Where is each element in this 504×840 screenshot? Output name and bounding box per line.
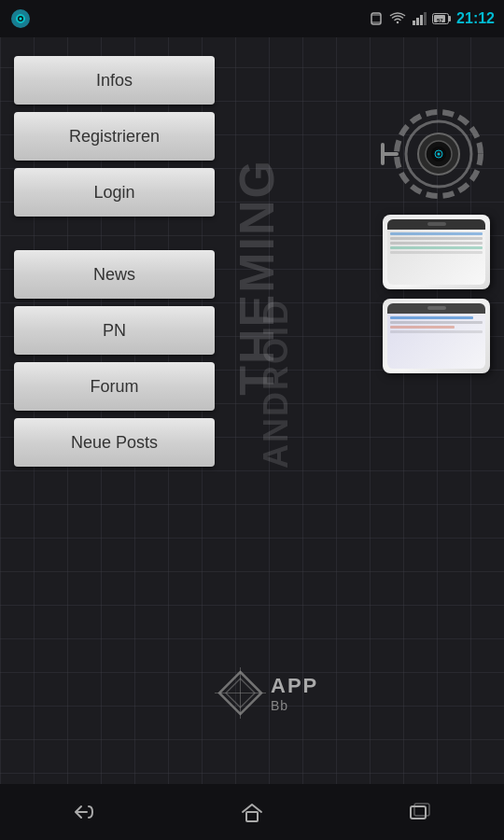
- android-text: ANDROID: [257, 299, 296, 469]
- main-content: Infos Registrieren Login News PN Forum N…: [0, 37, 504, 784]
- back-icon: [70, 801, 98, 823]
- back-button[interactable]: [56, 793, 112, 831]
- recents-icon: [407, 801, 433, 823]
- svg-rect-25: [246, 812, 258, 821]
- news-button[interactable]: News: [14, 250, 215, 299]
- svg-rect-11: [448, 16, 451, 21]
- status-bar-right: 57 21:12: [369, 10, 495, 27]
- login-button[interactable]: Login: [14, 168, 215, 217]
- circle-logo: [373, 107, 485, 209]
- button-gap: [14, 224, 215, 243]
- home-icon: [239, 801, 265, 823]
- phone-icon: [369, 11, 384, 26]
- app-logo: APP Bb: [215, 667, 318, 719]
- buttons-container: Infos Registrieren Login News PN Forum N…: [0, 56, 215, 467]
- status-time: 21:12: [456, 10, 495, 27]
- neue-posts-button[interactable]: Neue Posts: [14, 418, 215, 467]
- diamond-left-icon: [215, 667, 266, 719]
- signal-icon: [412, 11, 427, 26]
- registrieren-button[interactable]: Registrieren: [14, 112, 215, 161]
- infos-button[interactable]: Infos: [14, 56, 215, 105]
- status-bar: 57 21:12: [0, 0, 504, 37]
- bb-label: Bb: [271, 698, 318, 713]
- phone-images: [383, 215, 490, 373]
- app-label: APP: [271, 674, 318, 698]
- svg-rect-9: [424, 12, 427, 25]
- status-bar-left: [9, 7, 32, 30]
- svg-point-2: [20, 18, 22, 21]
- recents-button[interactable]: [392, 793, 448, 831]
- battery-icon: 57: [432, 13, 451, 24]
- svg-rect-27: [414, 804, 429, 816]
- forum-button[interactable]: Forum: [14, 362, 215, 411]
- wifi-icon: [389, 11, 406, 26]
- svg-text:57: 57: [437, 18, 443, 23]
- svg-rect-8: [420, 15, 423, 25]
- pn-button[interactable]: PN: [14, 306, 215, 355]
- svg-rect-26: [411, 806, 426, 819]
- home-button[interactable]: [224, 793, 280, 831]
- nav-bar: [0, 784, 504, 840]
- svg-point-20: [438, 153, 441, 156]
- svg-rect-7: [416, 18, 419, 25]
- cyanogen-icon: [9, 7, 32, 30]
- svg-rect-6: [413, 21, 415, 25]
- logo-area: [345, 93, 495, 672]
